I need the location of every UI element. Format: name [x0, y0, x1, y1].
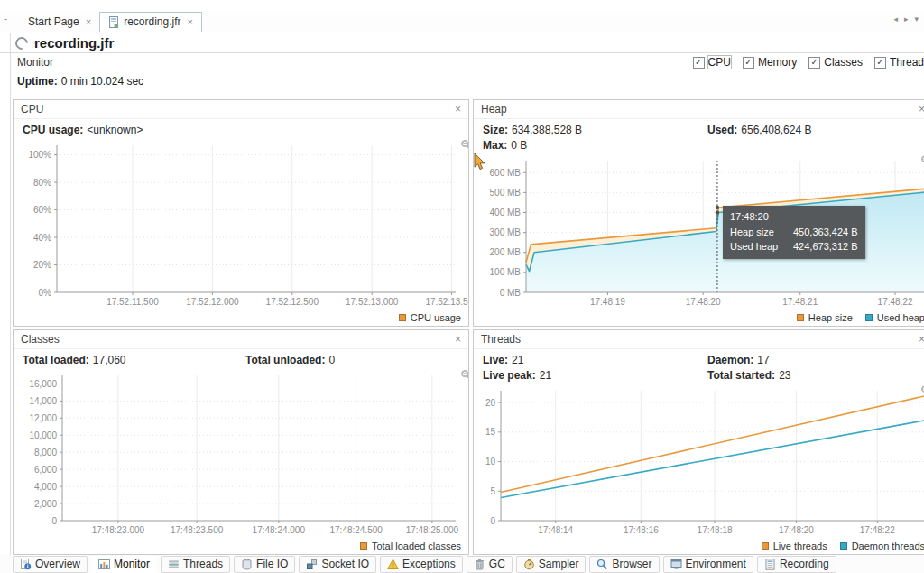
socket-io-icon [306, 559, 318, 570]
threads-legend: Live threads Daemon threads [474, 538, 924, 554]
legend-swatch-cyan [865, 314, 873, 321]
svg-text:16,000: 16,000 [29, 379, 57, 389]
left-border-rule [10, 33, 11, 573]
threads-stats: Live:21 Daemon:17 Live peak:21 Total sta… [474, 349, 924, 384]
svg-text:0%: 0% [39, 288, 52, 298]
metric-checkbox-group: ✓ CPU ✓ Memory ✓ Classes ✓ Threads [693, 53, 924, 71]
close-icon[interactable]: × [455, 333, 461, 346]
monitor-section-header: Monitor ✓ CPU ✓ Memory ✓ Classes ✓ Threa… [11, 53, 924, 71]
svg-text:0 MB: 0 MB [500, 288, 522, 298]
tab-browser[interactable]: Browser [589, 556, 659, 573]
threads-chart[interactable]: 0510152017:48:1417:48:1617:48:1817:48:20… [474, 384, 924, 538]
tab-scroll-left-icon[interactable]: ◂ [893, 14, 898, 23]
heap-panel-title: Heap [481, 103, 507, 116]
checkbox-classes[interactable]: ✓ Classes [808, 56, 863, 69]
cpu-panel-header: CPU × [14, 100, 468, 119]
svg-text:600 MB: 600 MB [490, 168, 522, 178]
legend-item: Total loaded classes [360, 541, 461, 551]
checkbox-label: Threads [890, 56, 924, 69]
checkbox-cpu[interactable]: ✓ CPU [693, 56, 731, 69]
sampler-gauge-icon [523, 559, 535, 570]
tab-environment[interactable]: Environment [663, 556, 753, 573]
classes-legend: Total loaded classes [14, 538, 468, 554]
classes-panel-header: Classes × [14, 330, 468, 349]
svg-text:400 MB: 400 MB [490, 208, 522, 217]
cpu-stats: CPU usage:<unknown> [14, 119, 468, 138]
svg-text:20%: 20% [33, 260, 51, 270]
svg-text:17:48:18: 17:48:18 [698, 525, 733, 535]
svg-text:500 MB: 500 MB [490, 188, 522, 198]
checkbox-checked-icon: ✓ [874, 57, 886, 69]
tab-file-io[interactable]: File IO [234, 556, 295, 573]
checkbox-memory[interactable]: ✓ Memory [743, 56, 797, 69]
zoom-fit-icon[interactable] [461, 140, 469, 150]
svg-text:300 MB: 300 MB [490, 227, 522, 237]
svg-text:6,000: 6,000 [34, 465, 57, 475]
tab-sampler[interactable]: Sampler [516, 556, 587, 573]
cpu-legend: CPU usage [14, 310, 468, 326]
tab-list-dropdown-icon[interactable]: ▾ [914, 14, 919, 23]
heap-chart[interactable]: 0 MB100 MB200 MB300 MB400 MB500 MB600 MB… [474, 153, 924, 310]
tab-socket-io[interactable]: Socket IO [299, 556, 376, 573]
cpu-chart[interactable]: 0%20%40%60%80%100%17:52:11.50017:52:12.0… [14, 138, 468, 310]
classes-panel: Classes × Total loaded:17,060 Total unlo… [13, 329, 469, 555]
legend-item: Live threads [762, 541, 827, 551]
classes-loaded-stat: Total loaded:17,060 [23, 354, 245, 366]
zoom-fit-icon[interactable] [461, 370, 469, 380]
tab-monitor[interactable]: Monitor [91, 556, 157, 573]
cpu-panel-title: CPU [21, 103, 43, 116]
tab-overview[interactable]: Overview [13, 556, 88, 573]
tab-recording-jfr[interactable]: recording.jfr × [99, 12, 202, 32]
checkbox-threads[interactable]: ✓ Threads [874, 56, 924, 69]
tab-gc[interactable]: GC [467, 556, 513, 573]
close-icon[interactable]: × [919, 103, 924, 116]
classes-panel-title: Classes [21, 333, 60, 346]
heap-max-stat: Max:0 B [483, 139, 707, 152]
legend-item: Heap size [797, 312, 853, 323]
tooltip-row: Used heap 424,673,312 B [730, 239, 858, 254]
classes-stats: Total loaded:17,060 Total unloaded:0 [14, 349, 468, 368]
document-title-bar: recording.jfr [0, 33, 924, 53]
svg-text:17:48:22: 17:48:22 [860, 525, 895, 535]
legend-item: Used heap [865, 312, 924, 323]
svg-text:80%: 80% [33, 178, 51, 188]
monitor-section-label: Monitor [11, 56, 53, 69]
svg-text:0: 0 [490, 516, 495, 526]
window-dash: - [4, 13, 7, 25]
classes-chart[interactable]: 02,0004,0006,0008,00010,00012,00014,0001… [14, 368, 468, 538]
svg-text:8,000: 8,000 [34, 448, 57, 457]
checkbox-label: CPU [708, 56, 731, 69]
cpu-panel: CPU × CPU usage:<unknown> 0%20%40%60%80%… [13, 99, 469, 327]
editor-tab-bar: - Start Page × recording.jfr × [0, 11, 924, 32]
threads-live-stat: Live:21 [483, 354, 707, 366]
tab-threads[interactable]: Threads [161, 556, 230, 573]
threads-icon [168, 559, 180, 570]
close-icon[interactable]: × [455, 103, 461, 116]
svg-text:5: 5 [490, 486, 495, 496]
threads-started-stat: Total started:23 [707, 369, 924, 382]
svg-text:2,000: 2,000 [34, 499, 57, 509]
svg-text:200 MB: 200 MB [490, 247, 522, 257]
legend-swatch-cyan [840, 542, 847, 550]
page-title: recording.jfr [34, 35, 114, 51]
legend-item: CPU usage [399, 312, 461, 323]
close-icon[interactable]: × [188, 16, 193, 27]
svg-text:10,000: 10,000 [29, 430, 57, 440]
tab-exceptions[interactable]: Exceptions [380, 556, 463, 573]
heap-size-stat: Size:634,388,528 B [483, 124, 707, 136]
heap-stats: Size:634,388,528 B Used:656,408,624 B Ma… [474, 119, 924, 153]
svg-text:17:48:25.000: 17:48:25.000 [406, 525, 459, 535]
tab-recording[interactable]: Recording [757, 556, 836, 573]
close-icon[interactable]: × [919, 333, 924, 346]
threads-daemon-stat: Daemon:17 [707, 354, 924, 366]
classes-unloaded-stat: Total unloaded:0 [245, 354, 468, 366]
tab-start-page[interactable]: Start Page × [20, 13, 99, 32]
close-icon[interactable]: × [86, 16, 91, 27]
svg-text:0: 0 [51, 516, 57, 526]
tab-scroll-right-icon[interactable]: ▸ [904, 14, 909, 23]
chart-tooltip: 17:48:20 Heap size 450,363,424 B Used he… [723, 206, 865, 259]
checkbox-checked-icon: ✓ [693, 57, 705, 69]
svg-text:100 MB: 100 MB [490, 267, 522, 277]
svg-text:17:48:23.000: 17:48:23.000 [92, 525, 145, 535]
gc-trash-icon [474, 559, 485, 570]
